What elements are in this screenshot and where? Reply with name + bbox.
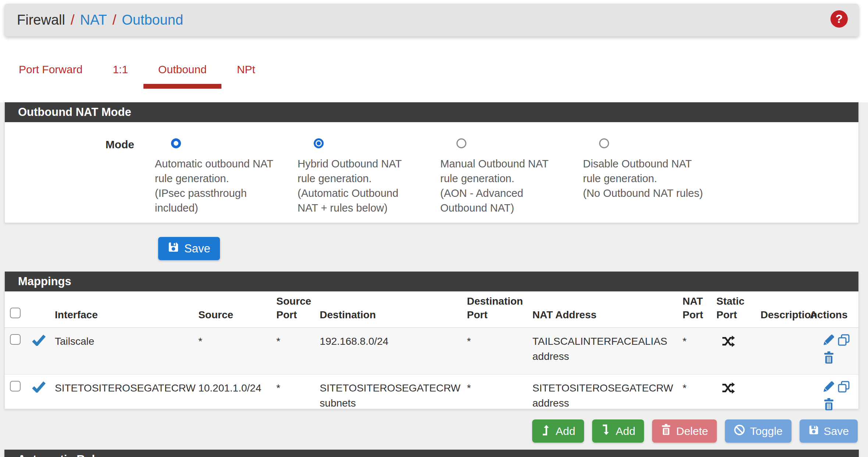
tab-outbound[interactable]: Outbound [158, 63, 207, 76]
tab-npt[interactable]: NPt [237, 63, 255, 76]
col-source-port: Source Port [271, 291, 314, 328]
save-mode-button[interactable]: Save [158, 237, 220, 260]
breadcrumb-link-outbound[interactable]: Outbound [122, 12, 183, 28]
save-button-label: Save [184, 242, 210, 255]
random-icon [722, 335, 735, 351]
row-checkbox[interactable] [10, 334, 21, 345]
button-label: Add [616, 425, 635, 437]
option-text: (Automatic Outbound [298, 186, 440, 201]
cell-destination: 192.168.8.0/24 [314, 328, 462, 375]
cell-interface: Tailscale [50, 328, 193, 375]
delete-icon[interactable] [823, 351, 835, 368]
panel-title: Automatic Rules: [4, 450, 859, 457]
enabled-check-icon[interactable] [32, 380, 46, 397]
panel-title: Outbound NAT Mode [5, 102, 858, 122]
col-destination: Destination [314, 291, 462, 328]
cell-source: 10.201.1.0/24 [193, 375, 271, 421]
cell-nat-address: TAILSCALINTERFACEALIAS address [527, 328, 677, 375]
mappings-footer-buttons: Add Add Delete Toggle Save [532, 419, 858, 443]
delete-selected-button[interactable]: Delete [652, 419, 717, 443]
button-label: Add [556, 425, 575, 437]
tab-1-1[interactable]: 1:1 [113, 63, 128, 76]
table-header-row: Interface Source Source Port Destination… [5, 291, 858, 328]
option-text: Outbound NAT) [440, 201, 583, 215]
help-icon[interactable]: ? [830, 10, 848, 28]
col-source: Source [193, 291, 271, 328]
mappings-table: Interface Source Source Port Destination… [5, 291, 858, 421]
breadcrumb-separator: / [71, 12, 75, 28]
cell-destination-port: * [462, 328, 527, 375]
edit-icon[interactable] [822, 334, 835, 350]
option-text: (No Outbound NAT rules) [583, 186, 726, 201]
option-text: rule generation. [440, 171, 583, 186]
radio-manual[interactable] [456, 138, 466, 148]
col-actions: Actions [805, 291, 858, 328]
level-down-icon [601, 424, 611, 438]
button-label: Save [824, 425, 849, 437]
random-icon [722, 382, 735, 398]
option-text: Automatic outbound NAT [155, 156, 298, 171]
save-mappings-button[interactable]: Save [800, 419, 858, 443]
delete-icon[interactable] [823, 398, 835, 415]
col-interface: Interface [50, 291, 193, 328]
option-text: rule generation. [298, 171, 440, 186]
panel-title: Mappings [5, 272, 858, 291]
select-all-checkbox[interactable] [10, 308, 21, 318]
trash-icon [661, 424, 671, 438]
button-label: Toggle [750, 425, 782, 437]
cell-source-port: * [271, 375, 314, 421]
save-icon [808, 425, 819, 438]
copy-icon[interactable] [837, 334, 850, 350]
option-text: (IPsec passthrough [155, 186, 298, 201]
cell-interface: SITETOSITEROSEGATECRW [50, 375, 193, 421]
tab-port-forward[interactable]: Port Forward [19, 63, 82, 76]
cell-destination-port: * [462, 375, 527, 421]
edit-icon[interactable] [822, 380, 835, 397]
cell-description [755, 375, 805, 421]
radio-disable[interactable] [599, 138, 609, 148]
mode-option-disable: Disable Outbound NAT rule generation. (N… [583, 138, 726, 215]
copy-icon[interactable] [837, 380, 850, 397]
row-checkbox[interactable] [10, 381, 21, 392]
tab-bar: Port Forward 1:1 Outbound NPt [19, 63, 255, 76]
option-text: Hybrid Outbound NAT [298, 156, 440, 171]
cell-description [755, 328, 805, 375]
radio-hybrid[interactable] [314, 138, 324, 148]
option-text: NAT + rules below) [298, 201, 440, 215]
col-nat-port: NAT Port [677, 291, 711, 328]
option-text: (AON - Advanced [440, 186, 583, 201]
mode-label: Mode [5, 138, 134, 215]
enabled-check-icon[interactable] [32, 334, 46, 350]
add-to-top-button[interactable]: Add [532, 419, 584, 443]
radio-automatic[interactable] [171, 138, 181, 148]
toggle-selected-button[interactable]: Toggle [725, 419, 791, 443]
automatic-rules-panel: Automatic Rules: [4, 450, 859, 457]
option-text: rule generation. [583, 171, 726, 186]
breadcrumb-section: Firewall [17, 12, 65, 28]
mode-option-automatic: Automatic outbound NAT rule generation. … [155, 138, 298, 215]
mapping-row: Tailscale * * 192.168.8.0/24 * TAILSCALI… [5, 328, 858, 375]
status-column-header [27, 291, 50, 328]
mode-options: Automatic outbound NAT rule generation. … [155, 138, 726, 215]
breadcrumb-link-nat[interactable]: NAT [80, 12, 107, 28]
breadcrumb-separator: / [113, 12, 117, 28]
col-nat-address: NAT Address [527, 291, 677, 328]
option-text: Disable Outbound NAT [583, 156, 726, 171]
mode-option-hybrid: Hybrid Outbound NAT rule generation. (Au… [298, 138, 440, 215]
add-to-bottom-button[interactable]: Add [592, 419, 644, 443]
option-text: Manual Outbound NAT [440, 156, 583, 171]
col-destination-port: Destination Port [462, 291, 527, 328]
option-text: included) [155, 201, 298, 215]
cell-nat-address: SITETOSITEROSEGATECRW address [527, 375, 677, 421]
mapping-row: SITETOSITEROSEGATECRW 10.201.1.0/24 * SI… [5, 375, 858, 421]
outbound-nat-mode-panel: Outbound NAT Mode Mode Automatic outboun… [4, 102, 859, 223]
mappings-panel: Mappings Interface Source Source Port De… [4, 272, 859, 409]
mode-option-manual: Manual Outbound NAT rule generation. (AO… [440, 138, 583, 215]
mode-form: Mode Automatic outbound NAT rule generat… [5, 122, 858, 215]
breadcrumb: Firewall / NAT / Outbound [4, 4, 859, 36]
col-static-port: Static Port [711, 291, 755, 328]
cell-destination: SITETOSITEROSEGATECRW subnets [314, 375, 462, 421]
save-icon [168, 241, 179, 256]
level-up-icon [541, 424, 551, 438]
cell-source: * [193, 328, 271, 375]
